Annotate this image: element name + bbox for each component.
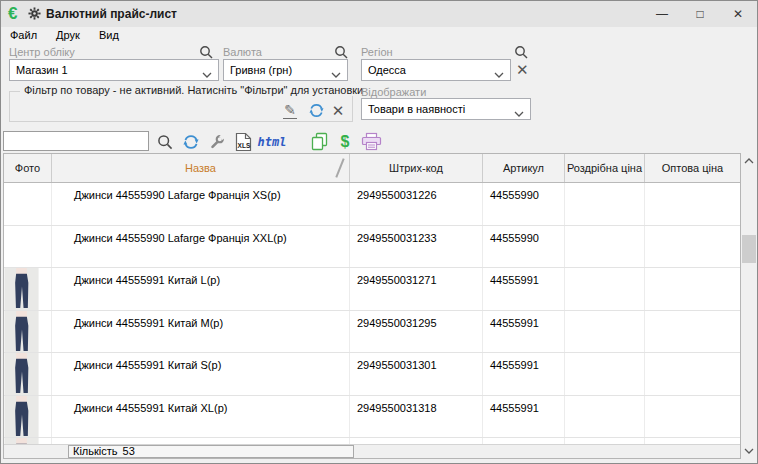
quick-search-input[interactable] xyxy=(3,131,149,151)
sku-cell: 44555991 xyxy=(483,268,565,310)
export-xls-icon[interactable]: XLS xyxy=(231,130,255,153)
refresh-filter-icon[interactable] xyxy=(306,99,326,119)
export-html-icon[interactable]: html xyxy=(257,130,287,153)
currency-search-icon[interactable] xyxy=(334,45,348,59)
barcode-cell: 2949550031295 xyxy=(350,311,483,353)
barcode-cell: 2949550031226 xyxy=(350,183,483,225)
barcode-cell: 2949550031271 xyxy=(350,268,483,310)
table-row[interactable]: Джинси 44555990 Lafarge Франція XXL(p) 2… xyxy=(4,226,740,269)
table-footer: Кількість 53 xyxy=(4,444,740,458)
accounting-center-label: Центр обліку xyxy=(9,46,75,58)
photo-cell xyxy=(4,268,52,310)
copy-icon[interactable] xyxy=(307,130,331,153)
name-cell: Джинси 44555991 Китай S(p) xyxy=(52,353,350,395)
product-filter-caption: Фільтр по товару - не активний. Натисніт… xyxy=(20,84,367,96)
retail-price-cell xyxy=(565,183,645,225)
jeans-photo xyxy=(4,385,39,395)
accounting-center-select[interactable]: Магазин 1 xyxy=(9,59,219,81)
sort-marker-icon xyxy=(335,158,344,177)
table-header-row: Фото Назва Штрих-код Артикул Роздрібна ц… xyxy=(4,154,740,183)
wholesale-price-cell xyxy=(645,183,740,225)
sku-cell: 44555991 xyxy=(483,396,565,438)
table-row[interactable]: Джинси 44555991 Китай M(p) 2949550031295… xyxy=(4,311,740,354)
region-value: Одесса xyxy=(368,64,406,76)
row-count-label: Кількість xyxy=(73,446,118,457)
table-row[interactable]: Джинси 44555990 Lafarge Франція XS(p) 29… xyxy=(4,183,740,226)
table-row[interactable]: Джинси 44555991 Китай XL(p) 294955003131… xyxy=(4,396,740,439)
currency-select[interactable]: Гривня (грн) xyxy=(223,59,348,81)
app-window: € Валютний прайс-лист — □ ✕ Файл Друк Ви… xyxy=(0,0,758,464)
scroll-down-icon[interactable] xyxy=(741,443,757,459)
scrollbar-thumb[interactable] xyxy=(742,235,756,263)
wholesale-price-cell xyxy=(645,396,740,438)
display-mode-select[interactable]: Товари в наявності xyxy=(361,98,531,120)
table-row[interactable]: Джинси 44555991 Китай S(p) 2949550031301… xyxy=(4,353,740,396)
scroll-up-icon[interactable] xyxy=(741,153,757,169)
region-label: Регіон xyxy=(361,46,393,58)
chevron-down-icon xyxy=(494,68,504,80)
photo-cell xyxy=(4,183,52,225)
menu-print[interactable]: Друк xyxy=(48,27,88,41)
currency-value: Гривня (грн) xyxy=(230,64,292,76)
maximize-button[interactable]: □ xyxy=(681,1,719,27)
chevron-down-icon xyxy=(331,68,341,80)
table-row[interactable]: Джинси 44555991 Китай L(p) 2949550031271… xyxy=(4,268,740,311)
barcode-cell: 2949550031301 xyxy=(350,353,483,395)
products-table: Фото Назва Штрих-код Артикул Роздрібна ц… xyxy=(3,153,741,459)
close-button[interactable]: ✕ xyxy=(719,1,757,27)
retail-price-cell xyxy=(565,268,645,310)
jeans-photo xyxy=(4,300,39,310)
price-dollar-icon[interactable]: $ xyxy=(333,130,357,153)
title-bar: € Валютний прайс-лист — □ ✕ xyxy=(1,1,757,27)
retail-price-cell xyxy=(565,353,645,395)
menu-bar: Файл Друк Вид xyxy=(1,27,757,45)
print-icon[interactable] xyxy=(359,130,383,153)
column-header-sku[interactable]: Артикул xyxy=(483,154,565,182)
search-icon[interactable] xyxy=(153,130,177,153)
refresh-icon[interactable] xyxy=(179,130,203,153)
name-cell: Джинси 44555991 Китай XL(p) xyxy=(52,396,350,438)
column-header-barcode[interactable]: Штрих-код xyxy=(350,154,483,182)
jeans-photo xyxy=(4,428,39,438)
currency-label: Валюта xyxy=(223,46,262,58)
column-header-name[interactable]: Назва xyxy=(52,154,350,182)
photo-cell xyxy=(4,226,52,268)
table-body: Джинси 44555990 Lafarge Франція XS(p) 29… xyxy=(4,183,740,444)
wholesale-price-cell xyxy=(645,226,740,268)
barcode-cell: 2949550031318 xyxy=(350,396,483,438)
wholesale-price-cell xyxy=(645,268,740,310)
column-header-wholesale-price[interactable]: Оптова ціна xyxy=(645,154,740,182)
region-search-icon[interactable] xyxy=(514,45,528,59)
accounting-center-search-icon[interactable] xyxy=(199,45,213,59)
retail-price-cell xyxy=(565,226,645,268)
wholesale-price-cell xyxy=(645,311,740,353)
gear-icon xyxy=(28,7,41,22)
sku-cell: 44555991 xyxy=(483,311,565,353)
name-cell: Джинси 44555991 Китай L(p) xyxy=(52,268,350,310)
region-select[interactable]: Одесса xyxy=(361,59,511,81)
photo-cell xyxy=(4,396,52,438)
vertical-scrollbar[interactable] xyxy=(741,153,757,459)
minimize-button[interactable]: — xyxy=(643,1,681,27)
region-clear-icon[interactable]: ✕ xyxy=(516,63,529,77)
menu-view[interactable]: Вид xyxy=(91,27,127,41)
name-cell: Джинси 44555990 Lafarge Франція XS(p) xyxy=(52,183,350,225)
barcode-cell: 2949550031233 xyxy=(350,226,483,268)
edit-filter-pencil-icon[interactable]: ✎ xyxy=(280,99,300,119)
menu-file[interactable]: Файл xyxy=(1,27,45,41)
row-count-value: 53 xyxy=(123,446,135,457)
retail-price-cell xyxy=(565,311,645,353)
chevron-down-icon xyxy=(202,68,212,80)
column-header-photo[interactable]: Фото xyxy=(4,154,52,182)
name-cell: Джинси 44555991 Китай M(p) xyxy=(52,311,350,353)
euro-app-icon: € xyxy=(8,4,17,24)
tools-wrench-icon[interactable] xyxy=(205,130,229,153)
chevron-down-icon xyxy=(514,107,524,119)
row-count-box: Кількість 53 xyxy=(68,445,354,458)
svg-text:XLS: XLS xyxy=(237,142,250,149)
sku-cell: 44555991 xyxy=(483,353,565,395)
window-title: Валютний прайс-лист xyxy=(46,7,177,21)
wholesale-price-cell xyxy=(645,353,740,395)
column-header-retail-price[interactable]: Роздрібна ціна xyxy=(565,154,645,182)
clear-filter-icon[interactable]: ✕ xyxy=(328,99,348,119)
